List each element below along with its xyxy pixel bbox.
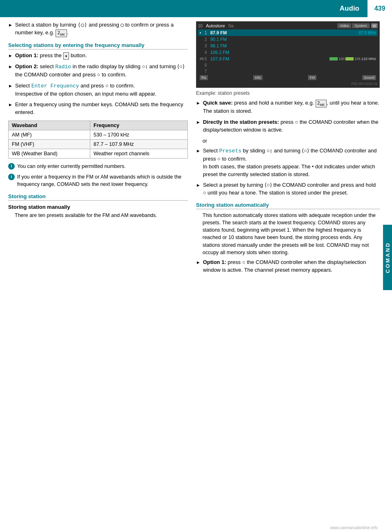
bullet-text-freq2: Enter a frequency using the number keys.… bbox=[15, 101, 188, 116]
header-title: Audio bbox=[340, 4, 359, 13]
bullet-select-presets: ► Select Presets by sliding ○↕ and turni… bbox=[196, 147, 380, 178]
header-bar: Audio 439 bbox=[0, 0, 392, 17]
option2-label: Option 2: bbox=[15, 63, 38, 69]
bullet-text-opt1r: Option 1: press ○ the COMAND controller … bbox=[203, 259, 380, 274]
bullet-enter-freq2: ► Enter a frequency using the number key… bbox=[8, 101, 188, 116]
table-header-waveband: Waveband bbox=[9, 121, 90, 130]
bullet-arrow-dir: ► bbox=[196, 119, 200, 134]
rd-row1-freq: 87.9 FM bbox=[210, 30, 359, 35]
info-box-1: i You can only enter currently permitted… bbox=[8, 163, 188, 170]
rd-row5-num: 5 bbox=[205, 57, 210, 61]
bullet-text-1: Select a station by turning ⟨○⟩ and pres… bbox=[15, 21, 188, 37]
rd-row-3: 3 98.1 FM bbox=[198, 42, 378, 49]
section-storing-station: Storing station bbox=[8, 193, 188, 201]
rd-bar-105 bbox=[345, 57, 354, 60]
option1-right-label: Option 1: bbox=[203, 259, 226, 265]
rd-footer-sound: Sound bbox=[362, 75, 376, 80]
table-cell-freq-1: 87.7 – 107.9 MHz bbox=[90, 140, 188, 149]
rd-row2-num: 2 bbox=[205, 37, 210, 42]
storing-text: There are ten presets available for the … bbox=[15, 212, 188, 219]
rd-header: 10 Autostore Na Video System W bbox=[198, 23, 378, 28]
bullet-text-opt1: Option 1: press the ★ button. bbox=[15, 52, 188, 60]
bullet-text-spt: Select a preset by turning ⟨○⟩ the COMAN… bbox=[203, 181, 380, 197]
bullet-text-qs: Quick save: press and hold a number key,… bbox=[203, 99, 380, 115]
bullet-arrow-1: ► bbox=[8, 22, 13, 37]
rd-row1-dot: • bbox=[200, 31, 205, 35]
bullet-arrow-spt: ► bbox=[196, 182, 200, 197]
rd-row-1: • 1 87.9 FM 87.9 MHz bbox=[198, 29, 378, 36]
side-tab: COMAND bbox=[383, 225, 392, 290]
bullet-arrow-freq2: ► bbox=[8, 102, 13, 116]
radio-display: 10 Autostore Na Video System W • 1 87.9 … bbox=[196, 21, 380, 88]
rd-row-6: 6 bbox=[198, 62, 378, 68]
rd-row4-freq: 106.1 FM bbox=[210, 50, 376, 55]
rd-row2-freq: 90.1 FM bbox=[210, 37, 376, 42]
rd-footer-ra: Ra bbox=[200, 75, 208, 80]
info-box-2: i If you enter a frequency in the FM or … bbox=[8, 173, 188, 188]
rd-footer-info: Info bbox=[253, 75, 263, 80]
rd-row-7: 7 bbox=[198, 68, 378, 74]
directly-label: Directly in the station presets: bbox=[203, 119, 279, 125]
left-column: ► Select a station by turning ⟨○⟩ and pr… bbox=[8, 21, 188, 528]
table-header-frequency: Frequency bbox=[90, 121, 188, 130]
rd-nav: Na bbox=[228, 24, 234, 28]
info-text-1: You can only enter currently permitted n… bbox=[17, 163, 188, 170]
rd-tab-system: System bbox=[352, 23, 369, 28]
rd-row5-freq: 107.9 FM bbox=[210, 56, 330, 61]
rd-bar-label-105: 105 bbox=[354, 57, 361, 61]
table-cell-freq-0: 530 – 1700 kHz bbox=[90, 130, 188, 140]
bullet-arrow-freq: ► bbox=[8, 83, 13, 98]
example-caption: Example: station presets bbox=[196, 90, 380, 96]
rd-row-5: #5 5 107.9 FM 100 105 110 MHz bbox=[198, 56, 378, 62]
bullet-option1-right: ► Option 1: press ○ the COMAND controlle… bbox=[196, 259, 380, 274]
rd-row5-dot: #5 bbox=[200, 57, 205, 61]
side-tab-label: COMAND bbox=[385, 242, 391, 273]
rd-row1-mhz: 87.9 MHz bbox=[359, 31, 376, 35]
rd-controls: Video System W bbox=[337, 23, 378, 28]
table-cell-freq-2: Weather report channels bbox=[90, 149, 188, 159]
rd-row3-num: 3 bbox=[205, 44, 210, 48]
table-row: WB (Weather Band) Weather report channel… bbox=[9, 149, 188, 159]
rd-bar-100 bbox=[330, 57, 338, 60]
bullet-directly: ► Directly in the station presets: press… bbox=[196, 118, 380, 134]
rd-row7-num: 7 bbox=[205, 69, 210, 74]
bullet-select-station: ► Select a station by turning ⟨○⟩ and pr… bbox=[8, 21, 188, 37]
rd-row-2: 2 90.1 FM bbox=[198, 36, 378, 42]
option1-label: Option 1: bbox=[15, 52, 38, 58]
rd-row6-num: 6 bbox=[205, 63, 210, 67]
rd-ref: P82.89-0296-31 bbox=[198, 82, 378, 86]
table-cell-waveband-0: AM (MF) bbox=[9, 130, 90, 140]
rd-w-button: W bbox=[371, 23, 378, 28]
bullet-arrow-sp: ► bbox=[196, 148, 200, 178]
subsection-storing-manually: Storing station manually bbox=[8, 204, 188, 210]
rd-tab-video: Video bbox=[337, 23, 352, 28]
watermark: www.carmanualonline.info bbox=[330, 525, 378, 530]
frequency-table: Waveband Frequency AM (MF) 530 – 1700 kH… bbox=[8, 121, 188, 159]
or-text: or bbox=[203, 137, 380, 145]
rd-bar-label-100: 100 bbox=[339, 57, 345, 61]
bullet-text-dir: Directly in the station presets: press ○… bbox=[203, 118, 380, 134]
section-storing-auto: Storing station automatically bbox=[196, 202, 380, 209]
bullet-option1: ► Option 1: press the ★ button. bbox=[8, 52, 188, 60]
rd-header-left: 10 Autostore Na bbox=[198, 23, 234, 28]
info-text-2: If you enter a frequency in the FM or AM… bbox=[17, 173, 188, 188]
rd-row1-num: 1 bbox=[205, 31, 210, 35]
info-icon-2: i bbox=[8, 174, 15, 180]
section-selecting-stations: Selecting stations by entering the frequ… bbox=[8, 42, 188, 49]
rd-row3-freq: 98.1 FM bbox=[210, 43, 376, 48]
rd-bar-label-110: 110 MHz bbox=[361, 57, 376, 61]
header-page: 439 bbox=[368, 0, 392, 17]
bullet-text-freq: Select Enter Frequency and press ○ to co… bbox=[15, 82, 188, 98]
bullet-arrow-opt2: ► bbox=[8, 64, 13, 79]
rd-row4-num: 4 bbox=[205, 50, 210, 55]
main-content: ► Select a station by turning ⟨○⟩ and pr… bbox=[8, 21, 380, 528]
table-cell-waveband-2: WB (Weather Band) bbox=[9, 149, 90, 159]
bullet-arrow-opt1r: ► bbox=[196, 259, 200, 274]
table-cell-waveband-1: FM (VHF) bbox=[9, 140, 90, 149]
bullet-enter-freq: ► Select Enter Frequency and press ○ to … bbox=[8, 82, 188, 98]
rd-tabs: Video System bbox=[337, 23, 370, 28]
bullet-text-sp: Select Presets by sliding ○↕ and turning… bbox=[203, 147, 380, 178]
bullet-arrow-qs: ► bbox=[196, 100, 200, 115]
rd-autostore: Autostore bbox=[206, 23, 225, 28]
bullet-arrow-opt1: ► bbox=[8, 53, 13, 60]
